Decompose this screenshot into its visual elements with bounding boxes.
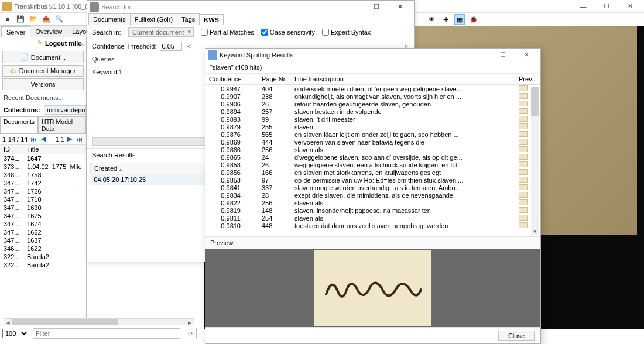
preview-chip-icon[interactable] bbox=[519, 146, 528, 152]
preview-chip-icon[interactable] bbox=[519, 116, 528, 122]
table-row[interactable]: 347...1690 bbox=[0, 204, 86, 212]
table-row[interactable]: 348...1758 bbox=[0, 171, 86, 179]
pager-first[interactable]: ⏮ bbox=[29, 136, 38, 143]
results-titlebar[interactable]: Keyword Spotting Results — ☐ ✕ bbox=[205, 49, 540, 61]
export-icon[interactable]: 📤 bbox=[41, 14, 52, 25]
res-col-1[interactable]: Page Nr. bbox=[258, 74, 291, 85]
maximize-button[interactable]: ☐ bbox=[595, 1, 618, 12]
table-row[interactable]: 322...Banda2 bbox=[0, 261, 86, 269]
table-row[interactable]: 0.9876565en slaven klaer leijt om onder … bbox=[205, 130, 540, 138]
preview-chip-icon[interactable] bbox=[519, 123, 528, 129]
preview-chip-icon[interactable] bbox=[519, 215, 528, 221]
search-tab-fulltextsolr[interactable]: Fulltext (Solr) bbox=[130, 13, 177, 25]
table-row[interactable]: 0.985826weggelopene slaven, een affschin… bbox=[205, 161, 540, 168]
preview-chip-icon[interactable] bbox=[519, 192, 528, 198]
table-row[interactable]: 347...1662 bbox=[0, 228, 86, 236]
table-row[interactable]: 374...1647 bbox=[0, 154, 86, 163]
table-row[interactable]: 347...1726 bbox=[0, 187, 86, 195]
scroll-down-icon[interactable]: ▾ bbox=[531, 227, 539, 235]
search-tab-documents[interactable]: Documents bbox=[88, 13, 131, 25]
res-col-2[interactable]: Line transcription bbox=[291, 74, 515, 85]
table-row[interactable]: 373...1.04.02_1775_Milo bbox=[0, 163, 86, 171]
results-minimize[interactable]: — bbox=[468, 49, 491, 61]
filter-input[interactable] bbox=[33, 328, 180, 339]
results-maximize[interactable]: ☐ bbox=[491, 49, 515, 61]
bug-icon[interactable]: 🐞 bbox=[468, 14, 479, 25]
preview-chip-icon[interactable] bbox=[519, 222, 528, 228]
partial-checkbox[interactable]: Partial Matches bbox=[201, 29, 254, 36]
expert-checkbox[interactable]: Expert Syntax bbox=[322, 29, 371, 36]
table-row[interactable]: 0.9819148slaven, insonderheijt papoese, … bbox=[205, 207, 540, 214]
recent-documents[interactable]: Recent Documents... bbox=[0, 92, 86, 104]
preview-chip-icon[interactable] bbox=[519, 85, 528, 91]
table-row[interactable]: 346...1622 bbox=[0, 245, 86, 253]
col-id[interactable]: ID bbox=[0, 145, 23, 154]
menu-icon[interactable]: ≡ bbox=[2, 14, 13, 25]
table-row[interactable]: 347...1637 bbox=[0, 236, 86, 245]
documents-table[interactable]: IDTitle 374...1647373...1.04.02_1775_Mil… bbox=[0, 145, 86, 269]
pager-next[interactable]: ▶ bbox=[66, 135, 73, 143]
table-row[interactable]: 0.9947404ondersoek moeten doen, of 'er g… bbox=[205, 85, 540, 93]
subtab-0[interactable]: Documents bbox=[0, 116, 38, 133]
preview-chip-icon[interactable] bbox=[519, 108, 528, 114]
preview-chip-icon[interactable] bbox=[519, 101, 528, 106]
table-row[interactable]: 0.9856166en slaven met storkkarrens, en … bbox=[205, 168, 540, 176]
results-close[interactable]: ✕ bbox=[515, 49, 538, 61]
minimize-button[interactable]: — bbox=[571, 1, 595, 12]
preview-chip-icon[interactable] bbox=[519, 139, 528, 145]
versions-button[interactable]: Versions bbox=[2, 78, 84, 90]
preview-chip-icon[interactable] bbox=[519, 199, 528, 205]
table-row[interactable]: 0.9907238onkundigheijt, als onmagt van s… bbox=[205, 92, 540, 100]
table-row[interactable]: 347...1710 bbox=[0, 195, 86, 204]
doc-manager-button[interactable]: 🗂 Document Manager bbox=[2, 65, 84, 77]
preview-chip-icon[interactable] bbox=[519, 169, 528, 175]
table-row[interactable]: 0.985397op de permissie van uw Ho: Ed=le… bbox=[205, 176, 540, 184]
page-size-select[interactable]: 100 bbox=[2, 329, 29, 338]
collections-value[interactable]: milo.vandepol@natio bbox=[44, 105, 86, 115]
close-button[interactable]: Close bbox=[498, 331, 535, 341]
table-row[interactable]: 0.9894257slaven bestaen in de volgende bbox=[205, 108, 540, 115]
search-maximize[interactable]: ☐ bbox=[365, 1, 388, 13]
preview-chip-icon[interactable] bbox=[519, 93, 528, 99]
case-checkbox[interactable]: Case-sensitivity bbox=[261, 29, 315, 36]
table-row[interactable]: 0.983428exept drie slaven, die mimiddens… bbox=[205, 191, 540, 199]
documents-button[interactable]: 📄 Document... bbox=[2, 51, 84, 63]
table-row[interactable]: 0.9822256slaven als bbox=[205, 199, 540, 207]
scope-combo[interactable]: Current document bbox=[128, 27, 194, 37]
table-row[interactable]: 0.989399slaven, 't dril meester bbox=[205, 115, 540, 123]
res-col-3[interactable]: Prev... bbox=[515, 74, 540, 85]
preview-chip-icon[interactable] bbox=[519, 177, 528, 183]
table-row[interactable]: 0.9811254slaven als bbox=[205, 214, 540, 222]
visibility-icon[interactable]: 👁 bbox=[426, 14, 437, 25]
table-row[interactable]: 347...1742 bbox=[0, 179, 86, 187]
preview-chip-icon[interactable] bbox=[519, 161, 528, 167]
tab-overview[interactable]: Overview bbox=[30, 26, 67, 37]
close-button[interactable]: ✕ bbox=[618, 1, 642, 12]
search-tab-tags[interactable]: Tags bbox=[177, 13, 200, 25]
search-minimize[interactable]: — bbox=[341, 1, 365, 13]
tool1-icon[interactable]: ✚ bbox=[440, 14, 451, 25]
pager-last[interactable]: ⏭ bbox=[75, 136, 84, 143]
preview-chip-icon[interactable] bbox=[519, 154, 528, 160]
search-close[interactable]: ✕ bbox=[388, 1, 412, 13]
refresh-button[interactable]: ⟳ bbox=[184, 328, 197, 339]
logout-link[interactable]: Logout milo. bbox=[45, 40, 84, 47]
threshold-input[interactable] bbox=[160, 42, 182, 51]
results-table[interactable]: ConfidencePage Nr.Line transcriptionPrev… bbox=[205, 74, 540, 229]
table-row[interactable]: 0.9869444vervoeren van slaven naer batav… bbox=[205, 138, 540, 146]
tool2-icon[interactable]: ▦ bbox=[454, 14, 465, 25]
preview-chip-icon[interactable] bbox=[519, 184, 528, 190]
table-row[interactable]: 347...1675 bbox=[0, 212, 86, 220]
table-row[interactable]: 322...Banda2 bbox=[0, 253, 86, 261]
preview-chip-icon[interactable] bbox=[519, 131, 528, 137]
search-tab-kws[interactable]: KWS bbox=[199, 14, 224, 25]
v-scrollbar[interactable]: ▾ bbox=[531, 87, 539, 235]
table-row[interactable]: 0.990626retour haarden geaufugeerde slav… bbox=[205, 100, 540, 108]
v-scroll-thumb[interactable] bbox=[531, 87, 539, 116]
logout-row[interactable]: ✎ Logout milo. bbox=[0, 37, 86, 49]
subtab-1[interactable]: HTR Model Data bbox=[38, 116, 86, 133]
table-row[interactable]: 0.9841337slaven mogte werden overhandigt… bbox=[205, 184, 540, 191]
table-row[interactable]: 0.9810448toestaen dat door ons veel slav… bbox=[205, 222, 540, 229]
save-icon[interactable]: 💾 bbox=[15, 14, 26, 25]
table-row[interactable]: 0.9879255slaven bbox=[205, 123, 540, 130]
